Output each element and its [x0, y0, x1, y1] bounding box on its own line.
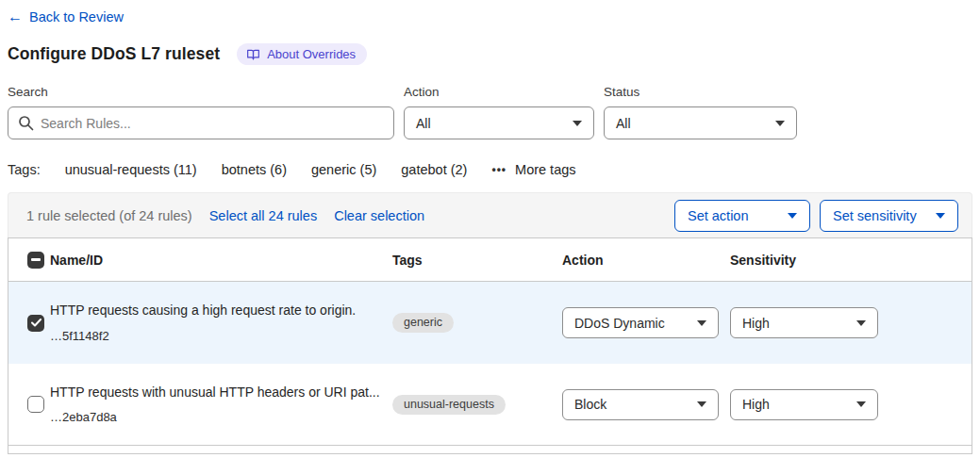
- tag-filter-botnets[interactable]: botnets (6): [222, 162, 287, 177]
- search-icon: [18, 115, 34, 135]
- tag-filter-generic[interactable]: generic (5): [311, 162, 376, 177]
- rule-name-cell: HTTP requests with unusual HTTP headers …: [50, 384, 392, 425]
- chevron-down-icon: [856, 401, 866, 407]
- rule-action-select[interactable]: DDoS Dynamic: [562, 307, 719, 338]
- chevron-down-icon: [788, 213, 797, 219]
- select-all-checkbox[interactable]: [27, 252, 44, 269]
- rule-sensitivity-select[interactable]: High: [730, 307, 878, 338]
- ellipsis-icon: •••: [491, 163, 507, 176]
- rule-name: HTTP requests causing a high request rat…: [50, 303, 392, 319]
- chevron-down-icon: [573, 121, 582, 126]
- bulk-selection-bar: 1 rule selected (of 24 rules) Select all…: [8, 192, 972, 237]
- back-arrow-icon: ←: [8, 9, 23, 25]
- rule-tag-pill: generic: [392, 313, 454, 333]
- action-filter-label: Action: [404, 85, 594, 99]
- rules-table: Name/ID Tags Action Sensitivity HTTP req…: [8, 237, 972, 454]
- tags-bar: Tags: unusual-requests (11) botnets (6) …: [8, 162, 972, 177]
- more-tags-button[interactable]: ••• More tags: [491, 162, 575, 177]
- table-header-row: Name/ID Tags Action Sensitivity: [8, 238, 972, 282]
- page-title: Configure DDoS L7 ruleset: [8, 44, 220, 64]
- rule-name-cell: HTTP requests causing a high request rat…: [50, 303, 392, 343]
- back-to-review-link[interactable]: ← Back to Review: [8, 9, 124, 25]
- row-checkbox[interactable]: [27, 396, 44, 413]
- rule-action-select[interactable]: Block: [562, 389, 719, 420]
- selection-summary: 1 rule selected (of 24 rules): [26, 208, 192, 223]
- search-filter: Search: [8, 85, 394, 139]
- check-icon: [31, 319, 42, 327]
- chevron-down-icon: [697, 401, 706, 407]
- chevron-down-icon: [775, 121, 785, 126]
- search-label: Search: [8, 85, 394, 99]
- tag-filter-gatebot[interactable]: gatebot (2): [401, 162, 467, 177]
- clear-selection-link[interactable]: Clear selection: [334, 208, 424, 223]
- status-filter-select[interactable]: All: [604, 106, 797, 139]
- title-row: Configure DDoS L7 ruleset About Override…: [8, 43, 972, 65]
- chevron-down-icon: [856, 320, 866, 326]
- action-filter-select[interactable]: All: [404, 106, 594, 139]
- configure-ddos-ruleset-page: ← Back to Review Configure DDoS L7 rules…: [0, 0, 980, 454]
- indeterminate-icon: [31, 258, 41, 261]
- about-overrides-label: About Overrides: [267, 47, 356, 61]
- tag-filter-unusual-requests[interactable]: unusual-requests (11): [65, 162, 197, 177]
- table-row: HTTP requests causing a high request rat…: [8, 282, 972, 364]
- column-header-action: Action: [562, 253, 730, 268]
- set-sensitivity-label: Set sensitivity: [833, 208, 917, 223]
- chevron-down-icon: [697, 320, 706, 326]
- rule-id: …2eba7d8a: [50, 410, 392, 424]
- chevron-down-icon: [936, 213, 945, 219]
- rule-sensitivity-value: High: [742, 316, 770, 331]
- action-filter-value: All: [416, 116, 431, 131]
- column-header-sensitivity: Sensitivity: [730, 253, 972, 268]
- set-sensitivity-dropdown[interactable]: Set sensitivity: [820, 200, 958, 232]
- status-filter-value: All: [616, 116, 631, 131]
- rule-action-value: Block: [574, 397, 606, 412]
- rule-sensitivity-cell: High: [730, 307, 972, 338]
- more-tags-label: More tags: [515, 162, 575, 177]
- rule-sensitivity-value: High: [742, 397, 770, 412]
- rule-action-cell: Block: [562, 389, 730, 420]
- filters-row: Search Action All Status All: [8, 85, 972, 139]
- select-all-link[interactable]: Select all 24 rules: [209, 208, 317, 223]
- set-action-dropdown[interactable]: Set action: [674, 200, 810, 232]
- tags-bar-label: Tags:: [8, 162, 41, 177]
- search-input[interactable]: [8, 106, 394, 139]
- rule-tag-pill: unusual-requests: [392, 395, 506, 415]
- rule-action-cell: DDoS Dynamic: [562, 307, 730, 338]
- back-link-label: Back to Review: [29, 9, 124, 25]
- book-open-icon: [246, 48, 260, 61]
- action-filter: Action All: [404, 85, 594, 139]
- rule-name: HTTP requests with unusual HTTP headers …: [50, 384, 392, 401]
- about-overrides-badge[interactable]: About Overrides: [237, 43, 367, 65]
- rule-tags-cell: unusual-requests: [392, 395, 562, 415]
- table-row: HTTP requests with unusual HTTP headers …: [8, 364, 972, 446]
- rule-sensitivity-select[interactable]: High: [730, 389, 878, 420]
- search-field-wrap: [8, 106, 394, 139]
- column-header-name-id: Name/ID: [50, 253, 392, 268]
- rule-sensitivity-cell: High: [730, 389, 972, 420]
- set-action-label: Set action: [688, 208, 749, 223]
- rule-action-value: DDoS Dynamic: [574, 316, 665, 331]
- rule-id: …5f1148f2: [50, 329, 392, 343]
- rule-tags-cell: generic: [392, 313, 562, 333]
- row-checkbox[interactable]: [27, 315, 44, 332]
- status-filter: Status All: [604, 85, 797, 139]
- status-filter-label: Status: [604, 85, 797, 99]
- column-header-tags: Tags: [392, 253, 562, 268]
